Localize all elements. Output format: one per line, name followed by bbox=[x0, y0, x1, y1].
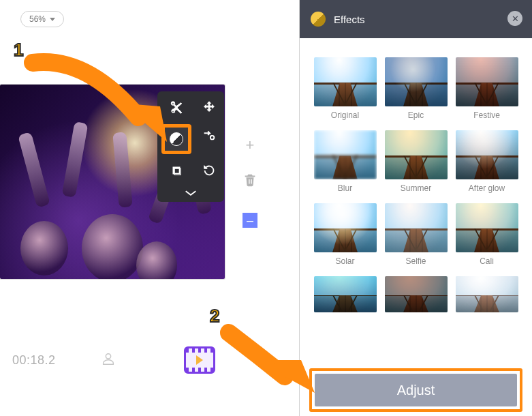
close-icon: ✕ bbox=[512, 14, 519, 24]
effect-label: Selfie bbox=[385, 256, 448, 267]
effect-item[interactable]: Epic bbox=[385, 57, 448, 126]
zoom-dropdown[interactable]: 56% bbox=[20, 11, 64, 27]
crop-icon[interactable] bbox=[166, 160, 187, 181]
move-icon[interactable] bbox=[198, 97, 220, 119]
effect-thumbnail bbox=[314, 276, 377, 312]
effect-item[interactable]: Solar bbox=[314, 203, 377, 272]
effect-thumbnail bbox=[314, 203, 377, 252]
adjust-button-highlight: Adjust bbox=[309, 368, 522, 412]
effect-label: Epic bbox=[385, 110, 448, 121]
annotation-step-1: 1 bbox=[14, 40, 23, 61]
annotation-arrow-1 bbox=[19, 42, 183, 151]
effect-item[interactable] bbox=[314, 276, 377, 312]
effect-thumbnail bbox=[385, 130, 448, 179]
narrator-button[interactable] bbox=[101, 351, 116, 370]
effect-thumbnail bbox=[314, 57, 377, 106]
effect-thumbnail bbox=[456, 276, 518, 312]
effect-thumbnail bbox=[456, 203, 518, 252]
effect-label: After glow bbox=[456, 183, 518, 194]
adjust-button[interactable]: Adjust bbox=[315, 374, 517, 406]
effect-label: Cali bbox=[456, 256, 518, 267]
close-panel-button[interactable]: ✕ bbox=[507, 11, 522, 26]
collapse-button[interactable]: – bbox=[242, 213, 257, 228]
effect-thumbnail bbox=[385, 203, 448, 252]
effect-item[interactable]: Summer bbox=[385, 130, 448, 199]
timeline-clip-thumb[interactable] bbox=[184, 346, 215, 374]
caret-down-icon bbox=[50, 18, 55, 21]
effect-item[interactable] bbox=[385, 276, 448, 312]
effect-item[interactable]: After glow bbox=[456, 130, 518, 199]
play-icon bbox=[196, 355, 203, 365]
effect-label: Blur bbox=[314, 183, 377, 194]
add-clip-button[interactable]: + bbox=[240, 136, 260, 154]
effect-item[interactable]: Cali bbox=[456, 203, 518, 272]
effect-thumbnail bbox=[456, 57, 518, 106]
trash-icon bbox=[242, 172, 257, 188]
person-icon bbox=[101, 351, 116, 367]
annotation-step-2: 2 bbox=[210, 306, 219, 327]
expand-tools-icon[interactable] bbox=[180, 187, 202, 199]
effects-panel-header: Effects ✕ bbox=[300, 0, 532, 38]
effect-item[interactable]: Festive bbox=[456, 57, 518, 126]
effect-label: Summer bbox=[385, 183, 448, 194]
annotation-arrow-2 bbox=[217, 314, 326, 409]
effects-icon bbox=[311, 12, 326, 27]
effect-thumbnail bbox=[314, 130, 377, 179]
effects-list[interactable]: OriginalEpicFestiveBlurSummerAfter glowS… bbox=[300, 38, 532, 368]
effects-panel-title: Effects bbox=[334, 14, 365, 25]
effect-label: Solar bbox=[314, 256, 377, 267]
transition-icon[interactable] bbox=[198, 124, 220, 146]
effect-item[interactable]: Selfie bbox=[385, 203, 448, 272]
delete-clip-button[interactable] bbox=[240, 172, 260, 192]
effect-thumbnail bbox=[385, 276, 448, 312]
effect-thumbnail bbox=[456, 130, 518, 179]
effect-label: Festive bbox=[456, 110, 518, 121]
effects-panel: Effects ✕ OriginalEpicFestiveBlurSummerA… bbox=[300, 0, 532, 416]
effect-thumbnail bbox=[385, 57, 448, 106]
effect-item[interactable]: Original bbox=[314, 57, 377, 126]
effect-label: Original bbox=[314, 110, 377, 121]
effect-item[interactable]: Blur bbox=[314, 130, 377, 199]
zoom-value: 56% bbox=[29, 14, 46, 24]
effect-item[interactable] bbox=[456, 276, 518, 312]
timeline-timestamp: 00:18.2 bbox=[12, 353, 80, 368]
rotate-icon[interactable] bbox=[198, 160, 220, 181]
